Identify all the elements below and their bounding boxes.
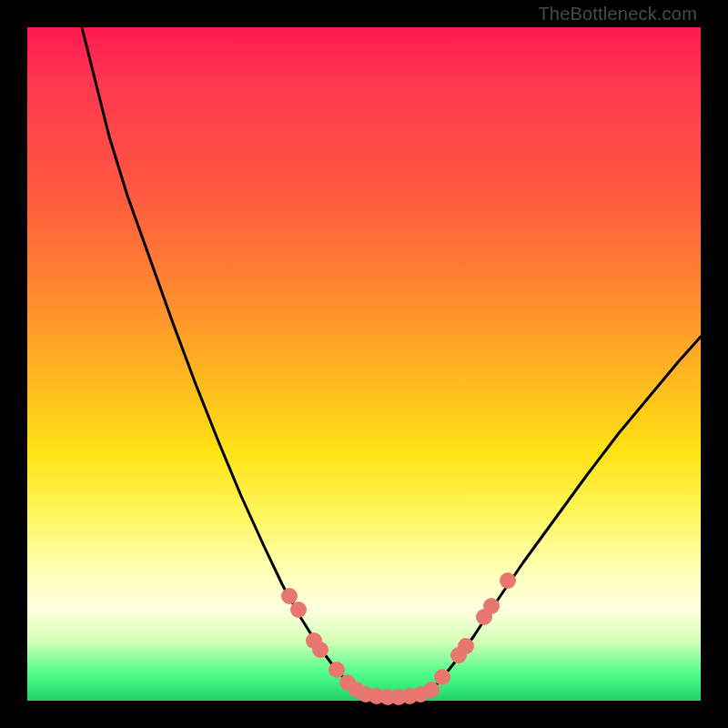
dot-dots-right-6 (500, 572, 516, 589)
dot-dots-left-4 (329, 662, 345, 678)
dot-dots-right-1 (434, 669, 450, 685)
plot-area (27, 27, 701, 701)
series-left-curve (82, 27, 362, 693)
dot-dots-left-0 (281, 588, 298, 604)
watermark-text: TheBottleneck.com (538, 4, 697, 25)
dot-dots-left-1 (290, 602, 307, 618)
chart-svg (27, 27, 701, 701)
dot-dots-left-3 (312, 642, 329, 658)
chart-frame: TheBottleneck.com (0, 0, 728, 728)
dot-dots-right-3 (458, 638, 474, 654)
dot-dots-right-5 (483, 598, 500, 614)
dot-dots-right-0 (423, 682, 440, 698)
